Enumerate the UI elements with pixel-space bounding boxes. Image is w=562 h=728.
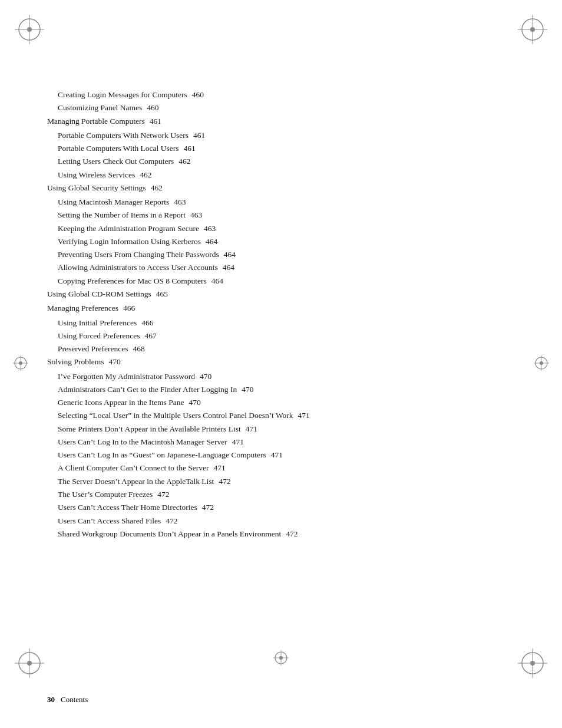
toc-entry: Shared Workgroup Documents Don’t Appear … [58, 528, 515, 541]
toc-entry: Users Can’t Access Their Home Directorie… [58, 501, 515, 514]
toc-entry: Users Can’t Log In as “Guest” on Japanes… [58, 449, 515, 462]
toc-entry-page: 472 [166, 515, 177, 528]
toc-entry-text: Customizing Panel Names [58, 101, 142, 114]
toc-entry-text: Using Forced Preferences [58, 330, 140, 342]
toc-entry-text: Preserved Preferences [58, 342, 128, 355]
toc-entry-text: The Server Doesn’t Appear in the AppleTa… [58, 475, 214, 488]
toc-entry-page: 471 [271, 449, 283, 462]
toc-entry-text: Generic Icons Appear in the Items Pane [58, 396, 184, 409]
toc-entry-page: 460 [192, 88, 204, 101]
toc-entry-text: Users Can’t Access Their Home Directorie… [58, 501, 197, 514]
toc-entry: Solving Problems470 [47, 355, 515, 368]
toc-entry: Portable Computers With Local Users461 [58, 142, 515, 155]
toc-container: Creating Login Messages for Computers460… [47, 88, 515, 541]
corner-mark-tl [12, 12, 47, 47]
toc-entry-text: Keeping the Administration Program Secur… [58, 222, 199, 235]
toc-entry-text: Verifying Login Information Using Kerber… [58, 235, 201, 248]
toc-entry-page: 472 [202, 501, 214, 514]
toc-entry-text: Users Can’t Log In as “Guest” on Japanes… [58, 449, 266, 462]
toc-entry: Some Printers Don’t Appear in the Availa… [58, 423, 515, 436]
toc-entry-page: 471 [232, 436, 244, 449]
toc-entry-page: 462 [178, 155, 190, 168]
page-label: Contents [61, 695, 88, 704]
toc-entry-text: Users Can’t Access Shared Files [58, 515, 161, 528]
toc-entry-page: 462 [140, 169, 151, 182]
toc-entry-text: Solving Problems [47, 355, 104, 368]
toc-entry: Allowing Administrators to Access User A… [58, 261, 515, 274]
toc-entry: Preventing Users From Changing Their Pas… [58, 248, 515, 261]
toc-entry-page: 463 [190, 209, 202, 222]
toc-entry-text: Selecting “Local User” in the Multiple U… [58, 409, 293, 422]
toc-entry: Creating Login Messages for Computers460 [58, 88, 515, 101]
toc-entry-text: Portable Computers With Network Users [58, 129, 189, 142]
toc-entry-text: Portable Computers With Local Users [58, 142, 178, 155]
toc-entry: Generic Icons Appear in the Items Pane47… [58, 396, 515, 409]
toc-entry-text: Using Global CD-ROM Settings [47, 288, 151, 301]
toc-entry: Portable Computers With Network Users461 [58, 129, 515, 142]
page: Creating Login Messages for Computers460… [0, 0, 562, 728]
toc-entry-page: 464 [224, 248, 236, 261]
toc-entry: Preserved Preferences468 [58, 342, 515, 355]
toc-entry-page: 462 [151, 182, 163, 195]
toc-entry-page: 471 [246, 423, 257, 436]
toc-entry-text: Preventing Users From Changing Their Pas… [58, 248, 219, 261]
toc-entry-page: 464 [223, 261, 234, 274]
toc-entry-page: 461 [183, 142, 195, 155]
toc-entry: Using Initial Preferences466 [58, 317, 515, 330]
toc-entry: I’ve Forgotten My Administrator Password… [58, 370, 515, 383]
toc-entry: Administrators Can’t Get to the Finder A… [58, 383, 515, 396]
toc-entry-text: Using Macintosh Manager Reports [58, 196, 169, 209]
corner-mark-br [515, 645, 550, 681]
toc-entry-page: 472 [286, 528, 297, 541]
toc-entry: Keeping the Administration Program Secur… [58, 222, 515, 235]
toc-entry: The User’s Computer Freezes472 [58, 488, 515, 501]
toc-entry-page: 471 [298, 409, 310, 422]
content-area: Creating Login Messages for Computers460… [47, 88, 515, 657]
toc-entry: Managing Preferences466 [47, 302, 515, 315]
toc-entry-page: 461 [150, 115, 161, 128]
toc-entry-page: 463 [204, 222, 216, 235]
toc-entry-page: 465 [156, 288, 168, 301]
toc-entry-text: Using Wireless Services [58, 169, 135, 182]
toc-entry-page: 470 [189, 396, 200, 409]
toc-entry-text: Using Initial Preferences [58, 317, 137, 330]
toc-entry-text: Managing Preferences [47, 302, 118, 315]
toc-entry-page: 470 [242, 383, 253, 396]
toc-entry-page: 464 [206, 235, 217, 248]
toc-entry-page: 466 [123, 302, 135, 315]
toc-entry-text: Letting Users Check Out Computers [58, 155, 174, 168]
toc-entry: Using Global Security Settings462 [47, 182, 515, 195]
corner-mark-bl [12, 645, 47, 681]
toc-entry-page: 464 [211, 275, 223, 288]
toc-entry: A Client Computer Can’t Connect to the S… [58, 462, 515, 475]
toc-entry-page: 472 [219, 475, 230, 488]
toc-entry-text: The User’s Computer Freezes [58, 488, 153, 501]
toc-entry: Users Can’t Access Shared Files472 [58, 515, 515, 528]
toc-entry: Letting Users Check Out Computers462 [58, 155, 515, 168]
toc-entry: Using Macintosh Manager Reports463 [58, 196, 515, 209]
toc-entry: Using Global CD-ROM Settings465 [47, 288, 515, 301]
toc-entry-text: Setting the Number of Items in a Report [58, 209, 186, 222]
toc-entry-text: Creating Login Messages for Computers [58, 88, 187, 101]
toc-entry-text: Shared Workgroup Documents Don’t Appear … [58, 528, 281, 541]
toc-entry-text: Managing Portable Computers [47, 115, 145, 128]
toc-entry: Using Wireless Services462 [58, 169, 515, 182]
page-number: 30 [47, 695, 55, 704]
toc-entry-page: 461 [193, 129, 205, 142]
toc-entry-text: A Client Computer Can’t Connect to the S… [58, 462, 209, 475]
side-mark-right [533, 354, 550, 374]
side-mark-left [12, 354, 29, 374]
toc-entry-text: Using Global Security Settings [47, 182, 146, 195]
toc-entry-page: 463 [174, 196, 186, 209]
toc-entry-text: Some Printers Don’t Appear in the Availa… [58, 423, 241, 436]
toc-entry-page: 460 [147, 101, 158, 114]
toc-entry: Using Forced Preferences467 [58, 330, 515, 342]
toc-entry-text: Administrators Can’t Get to the Finder A… [58, 383, 237, 396]
footer: 30 Contents [47, 695, 515, 704]
toc-entry-page: 470 [108, 355, 120, 368]
toc-entry-page: 468 [133, 342, 145, 355]
toc-entry-text: I’ve Forgotten My Administrator Password [58, 370, 195, 383]
toc-entry-page: 466 [141, 317, 153, 330]
toc-entry: Selecting “Local User” in the Multiple U… [58, 409, 515, 422]
toc-entry: Verifying Login Information Using Kerber… [58, 235, 515, 248]
